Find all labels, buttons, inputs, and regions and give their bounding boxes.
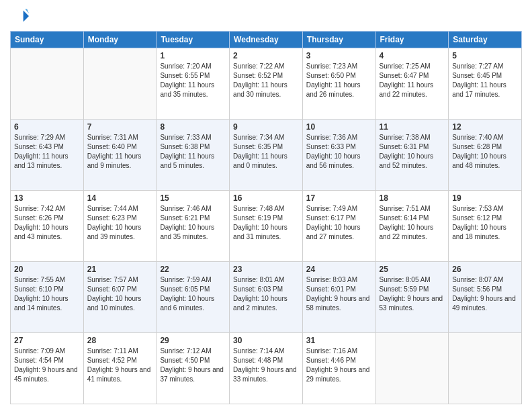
day-info: Sunrise: 7:33 AM Sunset: 6:38 PM Dayligh… — [160, 133, 226, 171]
day-number: 2 — [233, 51, 299, 60]
day-cell: 31Sunrise: 7:16 AM Sunset: 4:46 PM Dayli… — [302, 333, 375, 404]
day-info: Sunrise: 7:36 AM Sunset: 6:33 PM Dayligh… — [306, 133, 372, 171]
day-info: Sunrise: 7:22 AM Sunset: 6:52 PM Dayligh… — [233, 62, 299, 99]
day-cell: 5Sunrise: 7:27 AM Sunset: 6:45 PM Daylig… — [449, 48, 522, 120]
day-cell: 12Sunrise: 7:40 AM Sunset: 6:28 PM Dayli… — [449, 120, 522, 191]
day-cell — [449, 333, 522, 404]
day-cell: 7Sunrise: 7:31 AM Sunset: 6:40 PM Daylig… — [83, 120, 157, 191]
day-info: Sunrise: 7:27 AM Sunset: 6:45 PM Dayligh… — [452, 62, 518, 99]
weekday-tuesday: Tuesday — [157, 32, 230, 48]
day-cell: 20Sunrise: 7:55 AM Sunset: 6:10 PM Dayli… — [11, 262, 84, 333]
day-cell: 23Sunrise: 8:01 AM Sunset: 6:03 PM Dayli… — [230, 262, 303, 333]
day-number: 14 — [87, 193, 153, 203]
day-info: Sunrise: 8:05 AM Sunset: 5:59 PM Dayligh… — [380, 275, 445, 313]
svg-marker-1 — [25, 9, 29, 13]
day-info: Sunrise: 7:44 AM Sunset: 6:23 PM Dayligh… — [87, 204, 153, 242]
day-info: Sunrise: 7:09 AM Sunset: 4:54 PM Dayligh… — [14, 347, 80, 384]
day-number: 19 — [452, 193, 518, 203]
day-number: 1 — [160, 51, 226, 60]
day-number: 29 — [160, 336, 226, 345]
day-number: 7 — [87, 122, 153, 132]
day-number: 6 — [14, 122, 80, 132]
day-info: Sunrise: 7:34 AM Sunset: 6:35 PM Dayligh… — [233, 133, 299, 171]
day-number: 8 — [160, 122, 226, 132]
day-number: 10 — [306, 122, 372, 132]
day-number: 20 — [14, 265, 80, 274]
day-info: Sunrise: 7:23 AM Sunset: 6:50 PM Dayligh… — [306, 62, 372, 99]
weekday-header-row: SundayMondayTuesdayWednesdayThursdayFrid… — [11, 32, 522, 48]
day-info: Sunrise: 7:48 AM Sunset: 6:19 PM Dayligh… — [233, 204, 299, 242]
day-number: 18 — [380, 193, 445, 203]
day-info: Sunrise: 7:31 AM Sunset: 6:40 PM Dayligh… — [87, 133, 153, 171]
day-number: 27 — [14, 336, 80, 345]
day-info: Sunrise: 7:14 AM Sunset: 4:48 PM Dayligh… — [233, 347, 299, 384]
day-number: 28 — [87, 336, 153, 345]
day-number: 24 — [306, 265, 372, 274]
day-number: 12 — [452, 122, 518, 132]
day-info: Sunrise: 7:11 AM Sunset: 4:52 PM Dayligh… — [87, 347, 153, 384]
weekday-wednesday: Wednesday — [230, 32, 303, 48]
week-row-2: 6Sunrise: 7:29 AM Sunset: 6:43 PM Daylig… — [11, 120, 522, 191]
logo — [10, 7, 32, 26]
day-number: 15 — [160, 193, 226, 203]
weekday-saturday: Saturday — [449, 32, 522, 48]
day-info: Sunrise: 7:29 AM Sunset: 6:43 PM Dayligh… — [14, 133, 80, 171]
calendar-table: SundayMondayTuesdayWednesdayThursdayFrid… — [10, 31, 522, 404]
day-number: 9 — [233, 122, 299, 132]
day-cell: 29Sunrise: 7:12 AM Sunset: 4:50 PM Dayli… — [157, 333, 230, 404]
day-cell: 16Sunrise: 7:48 AM Sunset: 6:19 PM Dayli… — [230, 191, 303, 262]
day-info: Sunrise: 7:51 AM Sunset: 6:14 PM Dayligh… — [380, 204, 445, 242]
day-cell: 8Sunrise: 7:33 AM Sunset: 6:38 PM Daylig… — [157, 120, 230, 191]
day-cell — [83, 48, 157, 120]
day-cell: 27Sunrise: 7:09 AM Sunset: 4:54 PM Dayli… — [11, 333, 84, 404]
day-cell: 9Sunrise: 7:34 AM Sunset: 6:35 PM Daylig… — [230, 120, 303, 191]
weekday-monday: Monday — [83, 32, 157, 48]
day-info: Sunrise: 7:16 AM Sunset: 4:46 PM Dayligh… — [306, 347, 372, 384]
day-cell: 24Sunrise: 8:03 AM Sunset: 6:01 PM Dayli… — [302, 262, 375, 333]
day-cell: 17Sunrise: 7:49 AM Sunset: 6:17 PM Dayli… — [302, 191, 375, 262]
day-number: 31 — [306, 336, 372, 345]
day-number: 30 — [233, 336, 299, 345]
week-row-3: 13Sunrise: 7:42 AM Sunset: 6:26 PM Dayli… — [11, 191, 522, 262]
day-cell: 28Sunrise: 7:11 AM Sunset: 4:52 PM Dayli… — [83, 333, 157, 404]
day-info: Sunrise: 8:03 AM Sunset: 6:01 PM Dayligh… — [306, 275, 372, 313]
weekday-friday: Friday — [375, 32, 449, 48]
day-cell: 2Sunrise: 7:22 AM Sunset: 6:52 PM Daylig… — [230, 48, 303, 120]
day-cell: 15Sunrise: 7:46 AM Sunset: 6:21 PM Dayli… — [157, 191, 230, 262]
day-info: Sunrise: 7:46 AM Sunset: 6:21 PM Dayligh… — [160, 204, 226, 242]
weekday-sunday: Sunday — [11, 32, 84, 48]
day-info: Sunrise: 7:12 AM Sunset: 4:50 PM Dayligh… — [160, 347, 226, 384]
day-info: Sunrise: 7:38 AM Sunset: 6:31 PM Dayligh… — [380, 133, 445, 171]
logo-icon — [10, 7, 29, 26]
day-cell: 30Sunrise: 7:14 AM Sunset: 4:48 PM Dayli… — [230, 333, 303, 404]
day-info: Sunrise: 8:07 AM Sunset: 5:56 PM Dayligh… — [452, 275, 518, 313]
day-number: 21 — [87, 265, 153, 274]
day-number: 17 — [306, 193, 372, 203]
day-info: Sunrise: 7:59 AM Sunset: 6:05 PM Dayligh… — [160, 275, 226, 313]
day-cell — [11, 48, 84, 120]
day-number: 13 — [14, 193, 80, 203]
day-info: Sunrise: 7:42 AM Sunset: 6:26 PM Dayligh… — [14, 204, 80, 242]
day-cell: 14Sunrise: 7:44 AM Sunset: 6:23 PM Dayli… — [83, 191, 157, 262]
day-info: Sunrise: 8:01 AM Sunset: 6:03 PM Dayligh… — [233, 275, 299, 313]
day-cell: 25Sunrise: 8:05 AM Sunset: 5:59 PM Dayli… — [375, 262, 449, 333]
day-number: 26 — [452, 265, 518, 274]
day-cell: 6Sunrise: 7:29 AM Sunset: 6:43 PM Daylig… — [11, 120, 84, 191]
day-cell: 1Sunrise: 7:20 AM Sunset: 6:55 PM Daylig… — [157, 48, 230, 120]
day-info: Sunrise: 7:25 AM Sunset: 6:47 PM Dayligh… — [380, 62, 445, 99]
day-number: 11 — [380, 122, 445, 132]
day-number: 3 — [306, 51, 372, 60]
day-cell: 22Sunrise: 7:59 AM Sunset: 6:05 PM Dayli… — [157, 262, 230, 333]
day-cell: 11Sunrise: 7:38 AM Sunset: 6:31 PM Dayli… — [375, 120, 449, 191]
day-cell — [375, 333, 449, 404]
day-number: 23 — [233, 265, 299, 274]
day-info: Sunrise: 7:53 AM Sunset: 6:12 PM Dayligh… — [452, 204, 518, 242]
day-info: Sunrise: 7:20 AM Sunset: 6:55 PM Dayligh… — [160, 62, 226, 99]
day-number: 25 — [380, 265, 445, 274]
day-cell: 19Sunrise: 7:53 AM Sunset: 6:12 PM Dayli… — [449, 191, 522, 262]
header — [10, 7, 522, 26]
day-info: Sunrise: 7:57 AM Sunset: 6:07 PM Dayligh… — [87, 275, 153, 313]
day-number: 16 — [233, 193, 299, 203]
day-cell: 26Sunrise: 8:07 AM Sunset: 5:56 PM Dayli… — [449, 262, 522, 333]
day-number: 22 — [160, 265, 226, 274]
